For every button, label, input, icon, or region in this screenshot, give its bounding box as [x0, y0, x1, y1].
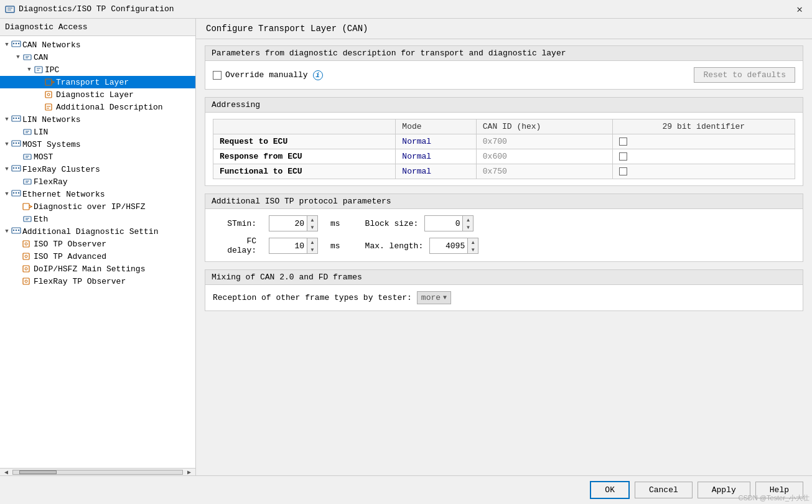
tree-area[interactable]: ▼ CAN Networks ▼ CAN ▼ IPC Transport Lay…: [0, 36, 195, 468]
tree-node-can-networks[interactable]: ▼ CAN Networks: [0, 39, 195, 51]
close-button[interactable]: ✕: [792, 2, 807, 17]
tree-node-additional-diag[interactable]: ▼ Additional Diagnostic Settin: [0, 225, 195, 238]
maxlength-input[interactable]: [430, 240, 467, 252]
expand-icon[interactable]: [14, 240, 22, 248]
row-label: Response from ECU: [213, 149, 396, 164]
row-mode: Normal: [396, 164, 476, 179]
blocksize-down-button[interactable]: ▼: [463, 223, 473, 231]
maxlength-spin-buttons[interactable]: ▲ ▼: [467, 238, 478, 253]
tree-node-flexray-clusters[interactable]: ▼ FlexRay Clusters: [0, 163, 195, 175]
29bit-checkbox-0[interactable]: [619, 138, 627, 146]
tree-node-flexray-tp-observer[interactable]: FlexRay TP Observer: [0, 275, 195, 287]
col-header-canid: CAN ID (hex): [476, 119, 612, 134]
tree-node-lin-networks[interactable]: ▼ LIN Networks: [0, 113, 195, 126]
expand-icon[interactable]: [36, 103, 45, 111]
tree-node-eth[interactable]: Eth: [0, 213, 195, 225]
fcdelay-down-button[interactable]: ▼: [307, 246, 317, 253]
node-icon-can: [22, 52, 32, 62]
node-label: CAN Networks: [22, 40, 81, 50]
stmin-up-button[interactable]: ▲: [307, 216, 317, 223]
override-checkbox[interactable]: [213, 71, 222, 80]
tree-node-diag-over-ip[interactable]: Diagnostic over IP/HSFZ: [0, 200, 195, 213]
svg-point-53: [25, 243, 27, 245]
blocksize-spin-buttons[interactable]: ▲ ▼: [462, 216, 473, 231]
tree-node-diagnostic-layer[interactable]: Diagnostic Layer: [0, 88, 195, 101]
right-panel-body: Parameters from diagnostic description f…: [196, 39, 812, 475]
tree-node-flexray[interactable]: FlexRay: [0, 175, 195, 188]
node-icon-can: [22, 177, 32, 187]
blocksize-input[interactable]: [425, 218, 462, 230]
expand-icon[interactable]: [14, 177, 22, 186]
node-label: Additional Diagnostic Settin: [22, 227, 158, 236]
maxlength-up-button[interactable]: ▲: [468, 238, 478, 246]
expand-icon[interactable]: ▼: [25, 65, 34, 74]
fcdelay-input[interactable]: [269, 240, 307, 252]
table-header-row: Mode CAN ID (hex) 29 bit identifier: [213, 119, 795, 134]
node-label: MOST Systems: [22, 140, 81, 149]
fcdelay-spinner[interactable]: ▲ ▼: [269, 238, 318, 254]
stmin-down-button[interactable]: ▼: [307, 223, 317, 231]
scroll-thumb[interactable]: [19, 470, 57, 474]
addressing-section-body: Mode CAN ID (hex) 29 bit identifier Requ…: [205, 113, 803, 185]
apply-button[interactable]: Apply: [698, 482, 750, 498]
expand-icon[interactable]: [14, 128, 22, 136]
mixing-dropdown[interactable]: more ▼: [417, 291, 451, 304]
stmin-input[interactable]: [269, 218, 307, 230]
horizontal-scrollbar[interactable]: ◀ ▶: [0, 468, 195, 475]
tree-node-additional-description[interactable]: Additional Description: [0, 101, 195, 113]
ok-button[interactable]: OK: [590, 481, 630, 499]
svg-point-57: [25, 268, 27, 270]
blocksize-spinner[interactable]: ▲ ▼: [424, 215, 474, 231]
expand-icon[interactable]: [14, 152, 22, 161]
maxlength-down-button[interactable]: ▼: [468, 246, 478, 253]
fcdelay-spin-buttons[interactable]: ▲ ▼: [307, 238, 317, 253]
expand-icon[interactable]: ▼: [2, 190, 11, 198]
expand-icon[interactable]: [14, 202, 22, 211]
fcdelay-up-button[interactable]: ▲: [307, 238, 317, 246]
row-canid: 0x600: [476, 149, 612, 164]
stmin-spinner[interactable]: ▲ ▼: [269, 215, 318, 231]
expand-icon[interactable]: [14, 252, 22, 261]
expand-icon[interactable]: [14, 277, 22, 286]
tree-node-most[interactable]: MOST: [0, 151, 195, 163]
29bit-checkbox-2[interactable]: [619, 167, 627, 175]
reset-defaults-button[interactable]: Reset to defaults: [694, 67, 795, 83]
maxlength-spinner[interactable]: ▲ ▼: [429, 238, 478, 254]
expand-icon[interactable]: [36, 78, 45, 86]
expand-icon[interactable]: ▼: [14, 53, 22, 62]
blocksize-up-button[interactable]: ▲: [463, 216, 473, 223]
svg-point-51: [18, 230, 19, 231]
scroll-right-arrow[interactable]: ▶: [184, 469, 194, 475]
tree-node-ipc[interactable]: ▼ IPC: [0, 63, 195, 76]
override-checkbox-wrapper[interactable]: Override manually: [213, 70, 308, 80]
help-button[interactable]: Help: [755, 482, 803, 498]
expand-icon[interactable]: ▼: [2, 40, 11, 49]
info-icon[interactable]: i: [313, 70, 323, 80]
expand-icon[interactable]: ▼: [2, 227, 11, 236]
tree-node-transport-layer[interactable]: Transport Layer: [0, 76, 195, 88]
tree-node-doip-hsfz[interactable]: DoIP/HSFZ Main Settings: [0, 263, 195, 275]
mixing-dropdown-text: more: [421, 293, 441, 302]
svg-point-42: [16, 192, 17, 194]
tree-node-most-systems[interactable]: ▼ MOST Systems: [0, 138, 195, 151]
tree-node-lin[interactable]: LIN: [0, 126, 195, 138]
29bit-checkbox-1[interactable]: [619, 152, 627, 161]
node-label: FlexRay TP Observer: [34, 277, 126, 286]
scroll-track[interactable]: [12, 470, 183, 475]
row-29bit: [612, 134, 795, 149]
scroll-left-arrow[interactable]: ◀: [1, 469, 11, 475]
expand-icon[interactable]: ▼: [2, 140, 11, 149]
tree-node-can[interactable]: ▼ CAN: [0, 51, 195, 63]
stmin-spin-buttons[interactable]: ▲ ▼: [307, 216, 317, 231]
expand-icon[interactable]: [14, 215, 22, 223]
expand-icon[interactable]: ▼: [2, 115, 11, 124]
tree-node-ethernet-networks[interactable]: ▼ Ethernet Networks: [0, 188, 195, 200]
mixing-section: Mixing of CAN 2.0 and FD frames Receptio…: [205, 269, 803, 311]
node-label: ISO TP Observer: [34, 240, 106, 249]
tree-node-iso-tp-advanced[interactable]: ISO TP Advanced: [0, 250, 195, 263]
tree-node-iso-tp-observer[interactable]: ISO TP Observer: [0, 238, 195, 250]
expand-icon[interactable]: [36, 90, 45, 99]
cancel-button[interactable]: Cancel: [635, 482, 693, 498]
expand-icon[interactable]: [14, 264, 22, 273]
expand-icon[interactable]: ▼: [2, 165, 11, 174]
